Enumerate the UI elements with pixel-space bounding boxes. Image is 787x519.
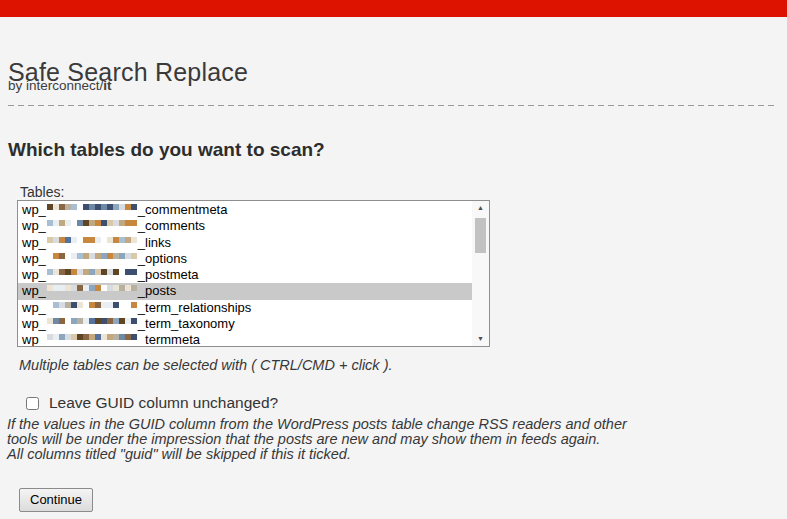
guid-checkbox[interactable] — [26, 397, 39, 410]
scroll-up-icon[interactable]: ▲ — [472, 201, 489, 215]
table-suffix: _comments — [138, 218, 205, 233]
guid-note: If the values in the GUID column from th… — [7, 417, 627, 462]
table-suffix: _term_taxonomy — [138, 316, 235, 331]
censored-pixelation — [47, 285, 137, 297]
censored-pixelation — [47, 253, 137, 265]
table-suffix: _termmeta — [138, 332, 200, 347]
table-suffix: _links — [138, 235, 171, 250]
table-option[interactable]: wp__links — [18, 235, 472, 251]
table-suffix: _term_relationships — [138, 300, 251, 315]
censored-pixelation — [47, 334, 137, 346]
censored-pixelation — [47, 302, 137, 314]
section-heading: Which tables do you want to scan? — [8, 139, 325, 161]
top-accent-bar — [0, 0, 787, 17]
byline-brand: it — [103, 78, 111, 93]
censored-pixelation — [47, 204, 137, 216]
table-suffix: _posts — [138, 283, 176, 298]
table-option[interactable]: wp__termmeta — [18, 332, 472, 347]
table-prefix: wp_ — [22, 316, 46, 331]
tables-label: Tables: — [20, 184, 64, 200]
table-prefix: wp_ — [22, 267, 46, 282]
table-suffix: _options — [138, 251, 187, 266]
table-option[interactable]: wp__comments — [18, 218, 472, 234]
table-suffix: _commentmeta — [138, 202, 228, 217]
table-option[interactable]: wp__postmeta — [18, 267, 472, 283]
table-prefix: wp_ — [22, 300, 46, 315]
guid-note-line: tools will be under the impression that … — [7, 432, 627, 447]
table-prefix: wp_ — [22, 332, 46, 347]
guid-checkbox-label[interactable]: Leave GUID column unchanged? — [49, 394, 278, 412]
table-prefix: wp_ — [22, 202, 46, 217]
tables-rows: wp__commentmetawp__commentswp__linkswp__… — [18, 201, 472, 346]
table-prefix: wp_ — [22, 251, 46, 266]
guid-note-line: All columns titled "guid" will be skippe… — [7, 447, 627, 462]
censored-pixelation — [47, 220, 137, 232]
table-option[interactable]: wp__term_relationships — [18, 300, 472, 316]
multi-select-hint: Multiple tables can be selected with ( C… — [19, 357, 393, 373]
continue-button[interactable]: Continue — [19, 488, 93, 512]
dashed-divider — [8, 105, 778, 106]
scrollbar-thumb[interactable] — [475, 218, 486, 253]
table-option[interactable]: wp__term_taxonomy — [18, 316, 472, 332]
censored-pixelation — [47, 237, 137, 249]
table-option[interactable]: wp__options — [18, 251, 472, 267]
table-prefix: wp_ — [22, 283, 46, 298]
tables-listbox[interactable]: wp__commentmetawp__commentswp__linkswp__… — [17, 200, 490, 347]
table-prefix: wp_ — [22, 235, 46, 250]
byline-prefix: by interconnect/ — [8, 78, 103, 93]
table-prefix: wp_ — [22, 218, 46, 233]
table-suffix: _postmeta — [138, 267, 199, 282]
byline: by interconnect/it — [8, 78, 112, 93]
listbox-scrollbar[interactable]: ▲ ▼ — [472, 201, 489, 346]
guid-note-line: If the values in the GUID column from th… — [7, 417, 627, 432]
censored-pixelation — [47, 318, 137, 330]
table-option[interactable]: wp__posts — [18, 283, 472, 299]
censored-pixelation — [47, 269, 137, 281]
guid-checkbox-row: Leave GUID column unchanged? — [26, 394, 278, 412]
scroll-down-icon[interactable]: ▼ — [472, 332, 489, 346]
table-option[interactable]: wp__commentmeta — [18, 202, 472, 218]
